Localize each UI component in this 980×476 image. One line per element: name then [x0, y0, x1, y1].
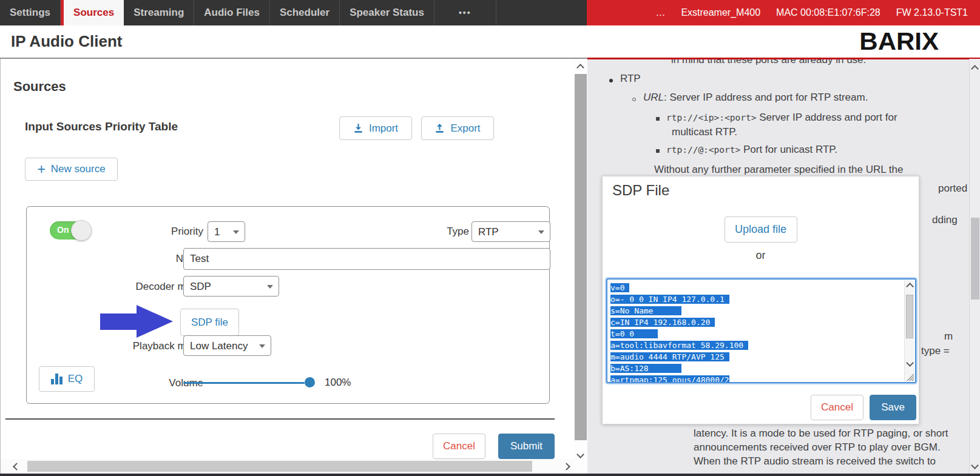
cancel-label: Cancel — [443, 440, 475, 452]
window-bottom-edge — [0, 474, 980, 476]
tab-speaker-status[interactable]: Speaker Status — [340, 0, 434, 25]
tab-streaming[interactable]: Streaming — [124, 0, 194, 25]
doc-low-latency-line3: announcements received over RTP to play … — [694, 441, 941, 454]
doc-multicast-rest: Server IP address and port for — [756, 112, 897, 123]
page-title: IP Audio Client — [11, 32, 122, 51]
export-button[interactable]: Export — [421, 116, 494, 140]
tab-more[interactable]: ••• — [434, 0, 496, 25]
divider — [5, 418, 555, 420]
app-header: IP Audio Client BARIX — [0, 25, 980, 59]
textarea-scrollbar[interactable] — [904, 280, 914, 381]
square-bullet-icon — [656, 149, 660, 153]
new-source-button[interactable]: + New source — [25, 158, 118, 181]
import-button[interactable]: Import — [339, 116, 412, 140]
circle-bullet-icon — [632, 98, 636, 101]
priority-select[interactable]: 1 — [208, 221, 245, 242]
modal-save-button[interactable]: Save — [870, 395, 916, 420]
doc-fragment: dding — [932, 214, 958, 226]
resize-grip-icon[interactable] — [906, 373, 914, 381]
submit-button[interactable]: Submit — [498, 434, 555, 459]
playback-mode-select[interactable]: Low Latency — [183, 335, 271, 356]
sdp-line: t=0 0 — [610, 329, 658, 338]
volume-slider-handle[interactable] — [305, 377, 315, 387]
volume-slider-track[interactable] — [183, 382, 305, 384]
sdp-line: a=tool:libavformat 58.29.100 — [610, 341, 748, 350]
sdp-file-label: SDP file — [191, 317, 228, 329]
textarea-scrollbar-thumb[interactable] — [906, 295, 913, 338]
device-info-bar: … Exstreamer_M400 MAC 00:08:E1:07:6F:28 … — [587, 0, 980, 25]
scroll-up-icon[interactable] — [576, 64, 584, 72]
type-select[interactable]: RTP — [471, 221, 550, 242]
doc-url-line: URL: Server IP address and port for RTP … — [643, 92, 868, 104]
device-mac: MAC 00:08:E1:07:6F:28 — [776, 7, 880, 18]
sdp-line: b=AS:128 — [610, 364, 681, 373]
source-card: On Priority 1 Type RTP Name Decoder mode… — [26, 206, 550, 404]
square-bullet-icon — [656, 117, 660, 121]
doc-fragment: ported — [938, 183, 967, 195]
modal-title: SDP File — [612, 182, 669, 199]
modal-cancel-label: Cancel — [821, 401, 853, 414]
sdp-line: a=rtpmap:125 opus/48000/2 — [610, 375, 729, 383]
decoder-mode-select[interactable]: SDP — [183, 276, 279, 297]
scroll-down-icon[interactable] — [906, 359, 914, 367]
modal-cancel-button[interactable]: Cancel — [811, 395, 863, 420]
type-label: Type — [408, 226, 469, 238]
doc-unicast-code: rtp://@:<port> — [666, 145, 740, 155]
upload-file-button[interactable]: Upload file — [725, 216, 797, 243]
volume-value: 100% — [325, 377, 351, 389]
sdp-line: c=IN IP4 192.168.0.20 — [610, 318, 715, 327]
download-icon — [353, 123, 363, 133]
pane-vertical-scrollbar[interactable] — [574, 59, 587, 476]
eq-button[interactable]: EQ — [39, 366, 95, 392]
playback-mode-value: Low Latency — [190, 340, 248, 352]
barix-logo: BARIX — [859, 28, 939, 56]
horizontal-scrollbar[interactable] — [1, 459, 574, 474]
scroll-down-icon[interactable] — [576, 451, 584, 458]
scroll-right-icon[interactable] — [563, 463, 570, 471]
scroll-down-icon[interactable] — [971, 461, 979, 469]
sdp-file-modal: SDP File Upload file or v=0 o=- 0 0 IN I… — [602, 176, 919, 424]
doc-low-latency-line2: latency. It is a mode to be used for RTP… — [694, 427, 948, 440]
type-value: RTP — [478, 226, 499, 238]
sdp-line: m=audio 4444 RTP/AVP 125 — [610, 352, 729, 361]
decoder-mode-value: SDP — [190, 281, 211, 293]
device-firmware: FW 2.13.0-TST1 — [896, 7, 968, 18]
doc-url-term: URL — [643, 92, 664, 103]
pane-scrollbar-thumb[interactable] — [575, 74, 587, 440]
name-input[interactable] — [183, 248, 550, 270]
doc-multicast-wrap: multicast RTP. — [672, 126, 737, 138]
doc-clipped-line: in mind that these ports are already in … — [671, 59, 866, 66]
doc-fragment: type = — [921, 345, 950, 357]
page-vertical-scrollbar[interactable] — [969, 59, 980, 476]
doc-without-line: Without any further parameter specified … — [654, 164, 903, 176]
tab-settings[interactable]: Settings — [0, 0, 61, 25]
bullet-icon — [609, 79, 613, 82]
tab-audio-files[interactable]: Audio Files — [194, 0, 270, 25]
sdp-line: o=- 0 0 IN IP4 127.0.0.1 — [610, 295, 729, 304]
horizontal-scrollbar-thumb[interactable] — [27, 461, 532, 472]
doc-fragment: m — [944, 330, 953, 343]
doc-rtp-item: RTP — [620, 73, 641, 85]
modal-save-label: Save — [881, 401, 905, 414]
source-enabled-toggle[interactable]: On — [50, 221, 90, 240]
chevron-down-icon — [259, 344, 265, 348]
cancel-button[interactable]: Cancel — [433, 434, 485, 459]
tab-scheduler[interactable]: Scheduler — [270, 0, 340, 25]
scroll-up-icon[interactable] — [971, 65, 979, 73]
tab-sources[interactable]: Sources — [61, 0, 124, 25]
scroll-left-icon[interactable] — [13, 463, 21, 471]
doc-unicast-rest: Port for unicast RTP. — [740, 144, 837, 155]
scroll-up-icon[interactable] — [906, 283, 914, 290]
submit-label: Submit — [510, 440, 542, 452]
page-scrollbar-thumb[interactable] — [971, 218, 979, 300]
sources-pane: Sources Input Sources Priority Table Imp… — [0, 59, 556, 476]
import-label: Import — [369, 122, 398, 135]
toggle-on-label: On — [57, 225, 69, 235]
sdp-file-button[interactable]: SDP file — [180, 309, 239, 336]
sdp-content-textarea[interactable]: v=0 o=- 0 0 IN IP4 127.0.0.1 s=No Name c… — [606, 278, 916, 383]
sources-heading: Sources — [13, 79, 66, 95]
device-info-ellipsis: … — [655, 7, 665, 18]
pointer-arrow-head-icon — [137, 305, 173, 338]
equalizer-bars-icon — [51, 374, 63, 384]
ellipsis-icon: ••• — [459, 8, 471, 18]
